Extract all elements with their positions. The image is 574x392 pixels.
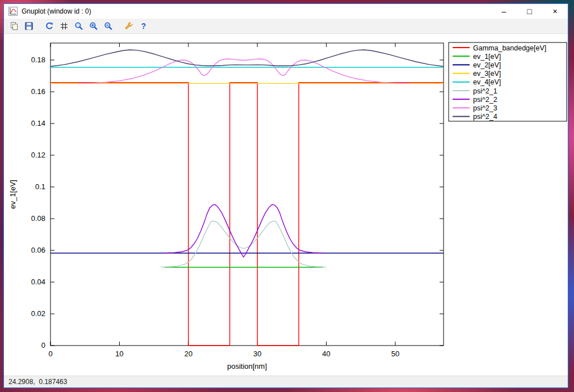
zoom-next-icon [89,22,98,31]
legend-label-psi^2_4: psi^2_4 [473,113,497,121]
y-tick-label: 0.18 [31,56,45,64]
replot-button[interactable] [43,20,56,33]
toolbar: ? [4,19,568,34]
y-tick-label: 0.08 [31,214,45,223]
legend-label-ev_4[eV]: ev_4[eV] [473,78,501,86]
help-button[interactable]: ? [137,20,150,33]
status-bar: 24.2908, 0.187463 [4,376,568,387]
wrench-icon [124,22,133,31]
previous-zoom-button[interactable] [72,20,85,33]
x-tick-label: 0 [48,350,52,358]
plot-area[interactable]: 0102030405000.020.040.060.080.10.120.140… [4,34,568,376]
gnuplot-app-icon [9,7,18,16]
maximize-icon: □ [527,7,531,16]
window-title: Gnuplot (window id : 0) [22,7,491,15]
minimize-icon: – [502,7,507,16]
y-axis-label: ev_1[eV] [9,180,17,208]
save-icon [24,22,33,31]
svg-text:?: ? [141,22,146,31]
plot-border [50,43,444,346]
x-tick-label: 20 [184,350,192,358]
x-tick-label: 50 [391,350,399,358]
x-axis-label: position[nm] [227,362,267,370]
titlebar[interactable]: Gnuplot (window id : 0) – □ × [4,4,568,19]
copy-icon [10,22,19,31]
x-tick-label: 10 [115,350,123,358]
close-button[interactable]: × [542,4,568,19]
plot-canvas: 0102030405000.020.040.060.080.10.120.140… [4,34,568,376]
y-tick-label: 0.14 [31,119,45,127]
cursor-coordinates: 24.2908, 0.187463 [9,378,67,386]
legend-label-ev_2[eV]: ev_2[eV] [473,61,501,69]
grid-icon [60,22,69,31]
legend-label-Gamma_bandedge[eV]: Gamma_bandedge[eV] [473,44,546,52]
next-zoom-button[interactable] [87,20,100,33]
y-tick-label: 0.02 [31,309,45,318]
legend-label-ev_1[eV]: ev_1[eV] [473,53,501,61]
y-tick-label: 0.06 [31,246,45,254]
series-Gamma_bandedge[eV] [50,83,444,346]
options-button[interactable] [122,20,135,33]
y-tick-label: 0.04 [31,278,45,286]
series-psi^2_4 [50,50,444,66]
series-psi^2_3 [78,59,410,83]
y-tick-label: 0.16 [31,87,45,96]
help-icon: ? [139,22,148,31]
copy-to-clipboard-button[interactable] [7,20,20,33]
x-tick-label: 30 [254,350,261,358]
legend-label-psi^2_3: psi^2_3 [473,104,497,112]
x-tick-label: 40 [322,350,330,358]
autoscale-button[interactable] [102,20,115,33]
close-icon: × [552,7,557,16]
series-psi^2_1 [161,221,327,267]
minimize-button[interactable]: – [491,4,517,19]
replot-icon [45,22,54,31]
maximize-button[interactable]: □ [517,4,542,19]
legend-label-psi^2_1: psi^2_1 [473,87,497,95]
gnuplot-window: Gnuplot (window id : 0) – □ × [3,3,568,388]
y-tick-label: 0.1 [35,182,45,191]
y-tick-label: 0 [41,341,45,350]
zoom-autoscale-icon [104,22,113,31]
toggle-grid-button[interactable] [57,20,70,33]
legend-label-psi^2_2: psi^2_2 [473,96,497,104]
save-button[interactable] [22,20,35,33]
window-controls: – □ × [491,4,568,19]
zoom-previous-icon [74,22,83,31]
legend-label-ev_3[eV]: ev_3[eV] [473,70,501,78]
y-tick-label: 0.12 [31,151,45,159]
